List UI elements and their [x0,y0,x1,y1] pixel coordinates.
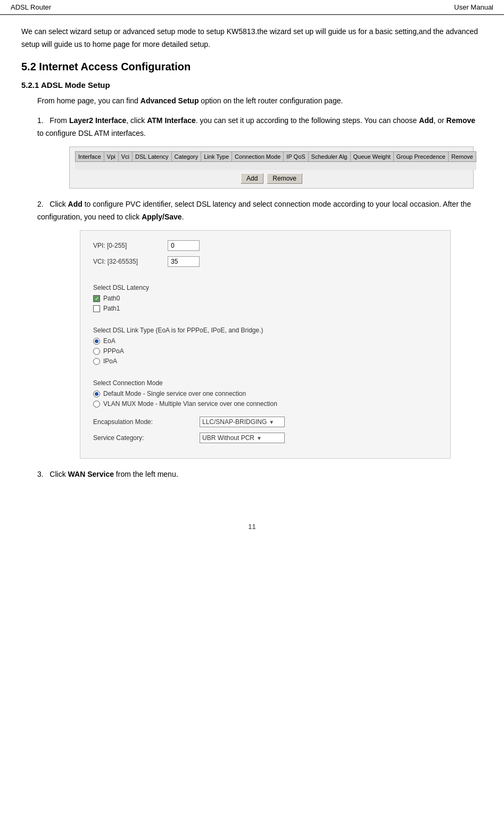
path0-row: ✓ Path0 [93,295,437,302]
default-mode-label: Default Mode - Single service over one c… [103,390,246,397]
numbered-item-2: 2. Click Add to configure PVC identifier… [37,198,483,459]
item1-num: 1. [37,116,44,125]
header-left: ADSL Router [11,3,51,11]
service-select[interactable]: UBR Without PCR ▼ [200,433,285,443]
remove-button[interactable]: Remove [267,173,302,184]
numbered-item-3: 3. Click WAN Service from the left menu. [37,468,483,481]
header-right: User Manual [454,3,493,11]
col-group-precedence: Group Precedence [393,151,448,161]
atm-table-screenshot: Interface Vpi Vci DSL Latency Category L… [69,146,474,189]
col-link-type: Link Type [201,151,232,161]
pppoa-radio[interactable] [93,348,100,355]
ipoa-radio[interactable] [93,358,100,365]
vpi-input[interactable] [168,240,200,251]
eoa-radio[interactable] [93,338,100,345]
eoa-label: EoA [103,337,115,345]
section-title: 5.2 Internet Access Configuration [21,61,483,73]
vpi-label: VPI: [0-255] [93,242,168,249]
col-ip-qos: IP QoS [284,151,308,161]
dsl-latency-label: Select DSL Latency [93,284,437,291]
service-label: Service Category: [93,434,200,442]
atm-form-screenshot: VPI: [0-255] VCI: [32-65535] Select DSL … [80,230,451,459]
col-queue-weight: Queue Weight [350,151,393,161]
vci-row: VCI: [32-65535] [93,256,437,267]
atm-table-buttons: Add Remove [75,173,468,184]
path0-checkbox[interactable]: ✓ [93,295,100,302]
path1-checkbox[interactable] [93,305,100,312]
col-dsl-latency: DSL Latency [133,151,172,161]
col-remove: Remove [448,151,476,161]
encapsulation-value: LLC/SNAP-BRIDGING [202,418,267,426]
col-scheduler-alg: Scheduler Alg [308,151,350,161]
path1-row: Path1 [93,305,437,312]
atm-table: Interface Vpi Vci DSL Latency Category L… [75,151,476,170]
path0-label: Path0 [103,295,120,302]
vci-label: VCI: [32-65535] [93,258,168,265]
link-type-label: Select DSL Link Type (EoA is for PPPoE, … [93,327,437,334]
service-arrow-icon: ▼ [257,435,262,441]
item2-num: 2. [37,200,44,208]
default-mode-radio[interactable] [93,390,100,397]
subsection-intro: From home page, you can find Advanced Se… [37,95,483,108]
vpi-row: VPI: [0-255] [93,240,437,251]
col-category: Category [171,151,201,161]
ipoa-row: IPoA [93,357,437,365]
intro-paragraph: We can select wizard setup or advanced s… [21,26,483,51]
vlan-mode-row: VLAN MUX Mode - Multiple Vlan service ov… [93,400,437,408]
col-interface: Interface [76,151,104,161]
encapsulation-label: Encapsulation Mode: [93,418,200,426]
ipoa-label: IPoA [103,357,117,365]
page-footer: 11 [0,517,504,536]
page-header: ADSL Router User Manual [0,0,504,15]
default-mode-row: Default Mode - Single service over one c… [93,390,437,397]
col-connection-mode: Connection Mode [232,151,284,161]
vlan-mode-label: VLAN MUX Mode - Multiple Vlan service ov… [103,400,277,408]
pppoa-row: PPPoA [93,347,437,355]
service-value: UBR Without PCR [202,434,254,442]
path1-label: Path1 [103,305,120,312]
pppoa-label: PPPoA [103,347,124,355]
service-row: Service Category: UBR Without PCR ▼ [93,433,437,443]
vlan-mode-radio[interactable] [93,401,100,408]
page-number: 11 [248,523,255,531]
eoa-row: EoA [93,337,437,345]
vci-input[interactable] [168,256,200,267]
connection-mode-label: Select Connection Mode [93,379,437,387]
col-vpi: Vpi [104,151,118,161]
encapsulation-row: Encapsulation Mode: LLC/SNAP-BRIDGING ▼ [93,417,437,427]
col-vci: Vci [118,151,132,161]
item3-num: 3. [37,470,44,478]
numbered-item-1: 1. From Layer2 Interface, click ATM Inte… [37,115,483,189]
add-button[interactable]: Add [241,173,263,184]
encapsulation-arrow-icon: ▼ [269,419,274,425]
encapsulation-select[interactable]: LLC/SNAP-BRIDGING ▼ [200,417,285,427]
subsection-title: 5.2.1 ADSL Mode Setup [21,80,483,89]
